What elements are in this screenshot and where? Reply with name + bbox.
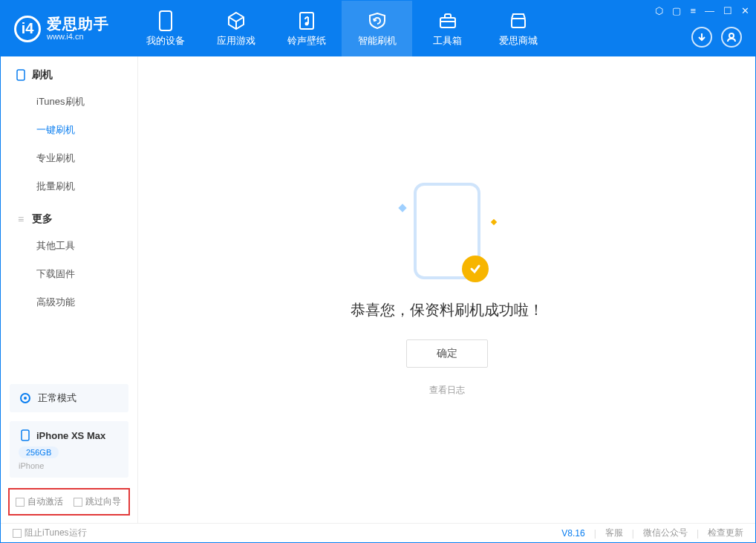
- footer-link-support[interactable]: 客服: [605, 527, 623, 539]
- success-message: 恭喜您，保资料刷机成功啦！: [351, 300, 544, 320]
- svg-point-2: [304, 22, 308, 25]
- svg-rect-6: [17, 70, 25, 80]
- checkbox-block-itunes[interactable]: 阻止iTunes运行: [13, 527, 87, 539]
- highlighted-checkbox-area: 自动激活 跳过向导: [8, 488, 130, 516]
- view-log-link[interactable]: 查看日志: [429, 384, 465, 397]
- checkbox-skip-wizard[interactable]: 跳过向导: [74, 495, 121, 508]
- svg-rect-3: [440, 18, 455, 27]
- version-label: V8.16: [561, 528, 584, 539]
- sidebar-item-itunes-flash[interactable]: iTunes刷机: [1, 88, 137, 116]
- device-card[interactable]: iPhone XS Max 256GB iPhone: [10, 421, 128, 478]
- nav-label: 我的设备: [146, 34, 185, 48]
- ok-button[interactable]: 确定: [406, 339, 488, 368]
- maximize-button[interactable]: ☐: [723, 5, 732, 16]
- logo: i4 爱思助手 www.i4.cn: [1, 16, 123, 42]
- device-storage: 256GB: [19, 446, 59, 458]
- main-nav: 我的设备 应用游戏 铃声壁纸 智能刷机 工具箱 爱思商城: [130, 1, 553, 56]
- sidebar-item-other-tools[interactable]: 其他工具: [1, 232, 137, 260]
- nav-toolbox[interactable]: 工具箱: [412, 1, 483, 56]
- nav-label: 铃声壁纸: [287, 34, 326, 48]
- sidebar-item-pro-flash[interactable]: 专业刷机: [1, 144, 137, 172]
- sidebar: 刷机 iTunes刷机 一键刷机 专业刷机 批量刷机 ≡ 更多 其他工具 下载固…: [1, 56, 138, 523]
- device-name: iPhone XS Max: [36, 430, 105, 441]
- sidebar-item-download-firmware[interactable]: 下载固件: [1, 260, 137, 288]
- main-content: 恭喜您，保资料刷机成功啦！ 确定 查看日志: [138, 56, 755, 523]
- close-button[interactable]: ✕: [741, 5, 749, 16]
- sidebar-item-advanced[interactable]: 高级功能: [1, 288, 137, 316]
- svg-rect-0: [160, 11, 172, 30]
- mode-label: 正常模式: [38, 391, 76, 405]
- user-icon[interactable]: [721, 27, 742, 48]
- nav-label: 智能刷机: [358, 34, 397, 48]
- footer-link-wechat[interactable]: 微信公众号: [643, 527, 688, 539]
- store-icon: [508, 10, 529, 31]
- device-type: iPhone: [19, 461, 120, 470]
- nav-label: 爱思商城: [499, 34, 538, 48]
- sidebar-section-flash: 刷机: [1, 56, 137, 88]
- status-bar: 阻止iTunes运行 V8.16 | 客服 | 微信公众号 | 检查更新: [1, 523, 755, 542]
- box-icon[interactable]: ▢: [672, 5, 681, 16]
- nav-label: 应用游戏: [217, 34, 255, 48]
- nav-my-device[interactable]: 我的设备: [130, 1, 201, 56]
- svg-point-8: [24, 397, 27, 400]
- phone-outline-icon: [16, 70, 26, 80]
- app-title: 爱思助手: [47, 16, 109, 32]
- check-badge-icon: [462, 256, 489, 282]
- music-icon: [296, 10, 317, 31]
- mode-icon: [19, 391, 32, 405]
- logo-icon: i4: [14, 16, 41, 42]
- svg-point-5: [729, 33, 734, 38]
- device-small-icon: [19, 429, 32, 442]
- svg-rect-4: [512, 19, 525, 27]
- nav-apps-games[interactable]: 应用游戏: [201, 1, 271, 56]
- refresh-icon: [367, 10, 388, 31]
- footer-link-update[interactable]: 检查更新: [708, 527, 743, 539]
- nav-ringtone-wallpaper[interactable]: 铃声壁纸: [271, 1, 342, 56]
- mode-card[interactable]: 正常模式: [10, 384, 128, 412]
- sidebar-item-batch-flash[interactable]: 批量刷机: [1, 172, 137, 201]
- minimize-button[interactable]: —: [705, 5, 714, 16]
- download-icon[interactable]: [691, 27, 712, 48]
- svg-rect-9: [22, 430, 29, 440]
- device-icon: [155, 10, 176, 31]
- sidebar-item-one-click-flash[interactable]: 一键刷机: [1, 116, 137, 144]
- window-controls: ⬡ ▢ ≡ — ☐ ✕: [655, 5, 749, 16]
- checkbox-auto-activate[interactable]: 自动激活: [16, 495, 63, 508]
- app-subtitle: www.i4.cn: [47, 32, 109, 41]
- list-icon: ≡: [16, 214, 26, 224]
- success-illustration: [395, 183, 499, 287]
- nav-smart-flash[interactable]: 智能刷机: [342, 1, 412, 56]
- cube-icon: [226, 10, 247, 31]
- svg-rect-1: [300, 13, 313, 29]
- app-header: i4 爱思助手 www.i4.cn 我的设备 应用游戏 铃声壁纸 智能刷机 工具…: [1, 1, 755, 56]
- header-right: [691, 27, 742, 48]
- shirt-icon[interactable]: ⬡: [655, 5, 663, 16]
- menu-icon[interactable]: ≡: [690, 5, 696, 16]
- nav-label: 工具箱: [433, 34, 462, 48]
- sidebar-section-more: ≡ 更多: [1, 201, 137, 232]
- toolbox-icon: [437, 10, 458, 31]
- nav-store[interactable]: 爱思商城: [483, 1, 553, 56]
